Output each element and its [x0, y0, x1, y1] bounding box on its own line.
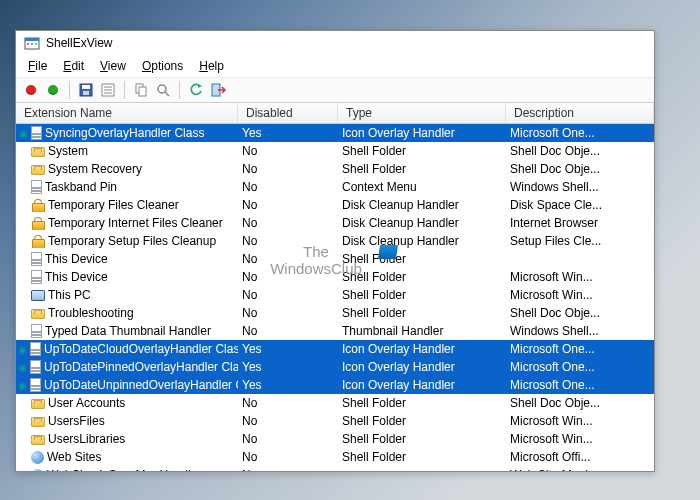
- lock-icon: [31, 198, 45, 212]
- table-row[interactable]: User AccountsNoShell FolderShell Doc Obj…: [16, 394, 654, 412]
- table-row[interactable]: TroubleshootingNoShell FolderShell Doc O…: [16, 304, 654, 322]
- menu-options[interactable]: Options: [136, 57, 189, 75]
- type-value: Icon Overlay Handler: [338, 360, 506, 374]
- disabled-value: No: [238, 306, 338, 320]
- table-row[interactable]: ◉UpToDateUnpinnedOverlayHandler Cl...Yes…: [16, 376, 654, 394]
- disabled-value: No: [238, 468, 338, 471]
- menu-view[interactable]: View: [94, 57, 132, 75]
- menu-file[interactable]: File: [22, 57, 53, 75]
- menu-edit[interactable]: Edit: [57, 57, 90, 75]
- extension-name: Taskband Pin: [45, 180, 117, 194]
- extension-name: This Device: [45, 270, 108, 284]
- extension-name: WebCheck SyncMgr Handler: [47, 468, 202, 471]
- disabled-value: Yes: [238, 378, 338, 392]
- table-row[interactable]: System RecoveryNoShell FolderShell Doc O…: [16, 160, 654, 178]
- enable-button[interactable]: [44, 81, 62, 99]
- extension-name: System: [48, 144, 88, 158]
- extension-name: UpToDatePinnedOverlayHandler Class: [44, 360, 238, 374]
- description-value: Microsoft One...: [506, 360, 654, 374]
- header-disabled[interactable]: Disabled: [238, 103, 338, 123]
- save-button[interactable]: [77, 81, 95, 99]
- table-row[interactable]: Temporary Files CleanerNoDisk Cleanup Ha…: [16, 196, 654, 214]
- table-row[interactable]: Web SitesNoShell FolderMicrosoft Offi...: [16, 448, 654, 466]
- table-row[interactable]: This PCNoShell FolderMicrosoft Win...: [16, 286, 654, 304]
- folder-icon: [31, 399, 45, 409]
- type-value: Shell Folder: [338, 162, 506, 176]
- properties-button[interactable]: [99, 81, 117, 99]
- table-row[interactable]: ◉UpToDatePinnedOverlayHandler ClassYesIc…: [16, 358, 654, 376]
- description-value: Disk Space Cle...: [506, 198, 654, 212]
- description-value: Microsoft Win...: [506, 432, 654, 446]
- type-value: Shell Folder: [338, 396, 506, 410]
- page-icon: [30, 360, 41, 374]
- disabled-value: No: [238, 252, 338, 266]
- svg-marker-16: [198, 84, 202, 88]
- extension-name: UpToDateCloudOverlayHandler Class: [44, 342, 238, 356]
- refresh-button[interactable]: [187, 81, 205, 99]
- disabled-value: No: [238, 234, 338, 248]
- lock-icon: [31, 216, 45, 230]
- table-row[interactable]: This DeviceNoShell Folder: [16, 250, 654, 268]
- disabled-value: No: [238, 432, 338, 446]
- type-value: Shell Folder: [338, 270, 506, 284]
- table-row[interactable]: Temporary Setup Files CleanupNoDisk Clea…: [16, 232, 654, 250]
- table-row[interactable]: UsersFilesNoShell FolderMicrosoft Win...: [16, 412, 654, 430]
- table-row[interactable]: Temporary Internet Files CleanerNoDisk C…: [16, 214, 654, 232]
- description-value: Setup Files Cle...: [506, 234, 654, 248]
- disabled-value: No: [238, 450, 338, 464]
- svg-rect-6: [82, 85, 90, 89]
- description-value: Web Site Moni...: [506, 468, 654, 471]
- titlebar[interactable]: ShellExView: [16, 31, 654, 55]
- extension-name: Temporary Setup Files Cleanup: [48, 234, 216, 248]
- disabled-value: Yes: [238, 126, 338, 140]
- menubar: File Edit View Options Help: [16, 55, 654, 77]
- header-extension-name[interactable]: Extension Name: [16, 103, 238, 123]
- description-value: Microsoft Win...: [506, 270, 654, 284]
- type-value: Shell Folder: [338, 288, 506, 302]
- globe-icon: [31, 451, 44, 464]
- table-row[interactable]: UsersLibrariesNoShell FolderMicrosoft Wi…: [16, 430, 654, 448]
- extension-name: Temporary Internet Files Cleaner: [48, 216, 223, 230]
- row-marker-icon: ◉: [18, 362, 27, 373]
- description-value: Microsoft One...: [506, 378, 654, 392]
- table-row[interactable]: Typed Data Thumbnail HandlerNoThumbnail …: [16, 322, 654, 340]
- extension-name: SyncingOverlayHandler Class: [45, 126, 204, 140]
- type-value: Icon Overlay Handler: [338, 378, 506, 392]
- page-icon: [31, 126, 42, 140]
- window-title: ShellExView: [46, 36, 112, 50]
- type-value: Disk Cleanup Handler: [338, 234, 506, 248]
- table-row[interactable]: ◉UpToDateCloudOverlayHandler ClassYesIco…: [16, 340, 654, 358]
- table-row[interactable]: WebCheck SyncMgr HandlerNoWeb Site Moni.…: [16, 466, 654, 471]
- page-icon: [30, 342, 41, 356]
- menu-help[interactable]: Help: [193, 57, 230, 75]
- copy-button[interactable]: [132, 81, 150, 99]
- description-value: Shell Doc Obje...: [506, 162, 654, 176]
- table-row[interactable]: ◉SyncingOverlayHandler ClassYesIcon Over…: [16, 124, 654, 142]
- folder-icon: [31, 165, 45, 175]
- type-value: Shell Folder: [338, 432, 506, 446]
- description-value: Microsoft One...: [506, 126, 654, 140]
- table-row[interactable]: SystemNoShell FolderShell Doc Obje...: [16, 142, 654, 160]
- page-icon: [30, 378, 41, 392]
- header-type[interactable]: Type: [338, 103, 506, 123]
- table-row[interactable]: Taskband PinNoContext MenuWindows Shell.…: [16, 178, 654, 196]
- description-value: Microsoft One...: [506, 342, 654, 356]
- svg-line-15: [165, 92, 169, 96]
- type-value: Shell Folder: [338, 252, 506, 266]
- type-value: Shell Folder: [338, 450, 506, 464]
- exit-button[interactable]: [209, 81, 227, 99]
- extension-name: This PC: [48, 288, 91, 302]
- description-value: Internet Browser: [506, 216, 654, 230]
- description-value: Microsoft Win...: [506, 414, 654, 428]
- folder-icon: [31, 435, 45, 445]
- app-icon: [24, 35, 40, 51]
- table-row[interactable]: This DeviceNoShell FolderMicrosoft Win..…: [16, 268, 654, 286]
- svg-rect-7: [83, 91, 89, 95]
- disable-button[interactable]: [22, 81, 40, 99]
- find-button[interactable]: [154, 81, 172, 99]
- row-marker-icon: ◉: [18, 128, 28, 139]
- row-marker-icon: ◉: [18, 380, 27, 391]
- disabled-value: No: [238, 216, 338, 230]
- folder-icon: [31, 309, 45, 319]
- header-description[interactable]: Description: [506, 103, 654, 123]
